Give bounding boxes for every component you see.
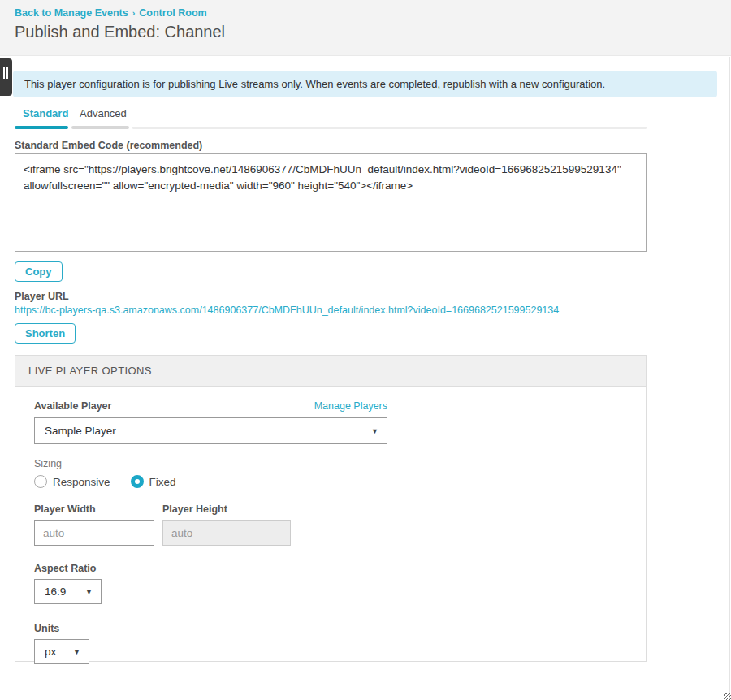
tab-underline-rest bbox=[132, 127, 647, 129]
available-player-value: Sample Player bbox=[45, 425, 116, 437]
drawer-handle-bar bbox=[3, 67, 5, 79]
tab-underline-active bbox=[15, 126, 68, 129]
embed-code-label: Standard Embed Code (recommended) bbox=[15, 140, 202, 151]
tab-underline bbox=[15, 126, 647, 129]
player-width-input[interactable] bbox=[34, 520, 154, 546]
aspect-ratio-select[interactable]: 16:9 ▼ bbox=[34, 579, 102, 604]
units-label: Units bbox=[34, 623, 646, 634]
breadcrumb-back-link[interactable]: Back to Manage Events bbox=[15, 7, 128, 19]
panel-body: Available Player Manage Players Sample P… bbox=[15, 387, 646, 664]
publish-and-embed-page: Back to Manage Events›Control Room Publi… bbox=[0, 0, 731, 700]
copy-button[interactable]: Copy bbox=[15, 261, 63, 282]
sizing-radio-group: Responsive Fixed bbox=[34, 475, 646, 488]
breadcrumb-current-link[interactable]: Control Room bbox=[139, 7, 206, 19]
units-select[interactable]: px ▼ bbox=[34, 639, 89, 664]
aspect-ratio-value: 16:9 bbox=[45, 585, 66, 598]
player-width-label: Player Width bbox=[34, 503, 162, 515]
notice-text: This player configuration is for publish… bbox=[24, 78, 605, 90]
tab-underline-inactive bbox=[71, 126, 129, 129]
breadcrumb-separator: › bbox=[132, 8, 136, 18]
drawer-handle-bar bbox=[6, 67, 8, 79]
scroll-track-hairline bbox=[729, 57, 730, 700]
player-height-label: Player Height bbox=[162, 503, 291, 515]
radio-fixed-label: Fixed bbox=[149, 476, 176, 488]
embed-code-textarea[interactable]: <iframe src="https://players.brightcove.… bbox=[15, 153, 647, 252]
tab-standard[interactable]: Standard bbox=[15, 106, 68, 125]
sizing-label: Sizing bbox=[34, 458, 646, 469]
player-height-input[interactable] bbox=[162, 520, 291, 546]
page-header: Back to Manage Events›Control Room Publi… bbox=[0, 0, 731, 56]
available-player-select[interactable]: Sample Player ▼ bbox=[34, 417, 387, 444]
live-notice-banner: This player configuration is for publish… bbox=[13, 71, 717, 97]
manage-players-link[interactable]: Manage Players bbox=[314, 400, 387, 412]
shorten-button[interactable]: Shorten bbox=[15, 323, 76, 344]
player-url-label: Player URL bbox=[15, 291, 69, 302]
units-value: px bbox=[45, 646, 56, 658]
player-height-field: Player Height bbox=[162, 503, 291, 546]
radio-fixed[interactable]: Fixed bbox=[131, 475, 176, 488]
chevron-down-icon: ▼ bbox=[73, 648, 80, 656]
drawer-handle[interactable] bbox=[0, 58, 12, 96]
page-title: Publish and Embed: Channel bbox=[15, 23, 731, 41]
chevron-down-icon: ▼ bbox=[85, 588, 93, 596]
radio-responsive[interactable]: Responsive bbox=[34, 475, 110, 488]
live-player-options-panel: LIVE PLAYER OPTIONS Available Player Man… bbox=[15, 355, 647, 662]
available-player-label: Available Player bbox=[34, 400, 111, 412]
breadcrumb: Back to Manage Events›Control Room bbox=[15, 7, 731, 19]
panel-header: LIVE PLAYER OPTIONS bbox=[15, 356, 646, 387]
available-player-row: Available Player Manage Players bbox=[34, 400, 387, 412]
radio-responsive-circle[interactable] bbox=[34, 475, 47, 488]
player-url-link[interactable]: https://bc-players-qa.s3.amazonaws.com/1… bbox=[15, 305, 559, 316]
resize-grip-icon[interactable] bbox=[724, 693, 731, 700]
chevron-down-icon: ▼ bbox=[371, 427, 378, 435]
width-height-row: Player Width Player Height bbox=[34, 503, 646, 546]
radio-fixed-circle[interactable] bbox=[131, 475, 144, 488]
aspect-ratio-label: Aspect Ratio bbox=[34, 563, 646, 574]
tab-advanced[interactable]: Advanced bbox=[71, 106, 129, 125]
radio-responsive-label: Responsive bbox=[53, 476, 110, 488]
tab-bar: Standard Advanced bbox=[15, 106, 647, 129]
panel-title: LIVE PLAYER OPTIONS bbox=[28, 365, 152, 377]
player-width-field: Player Width bbox=[34, 503, 162, 546]
